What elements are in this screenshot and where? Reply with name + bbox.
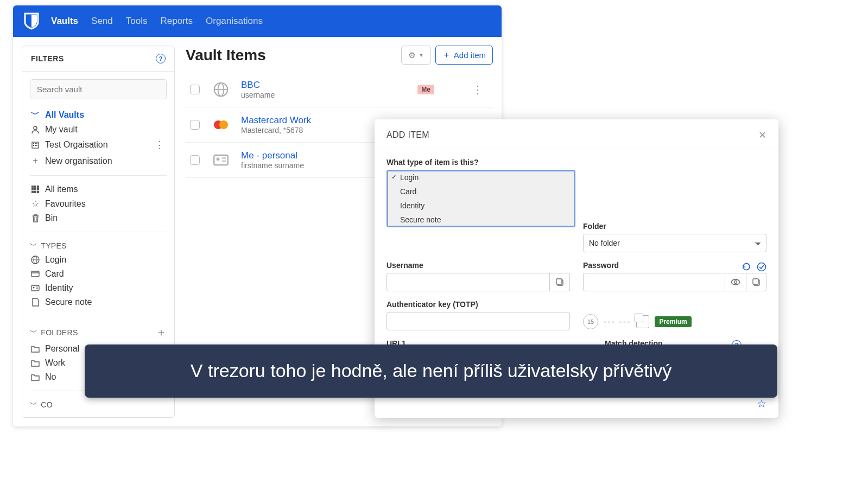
sidebar-all-vaults[interactable]: ﹀All Vaults xyxy=(30,107,167,123)
type-option-card[interactable]: Card xyxy=(387,184,575,199)
row-checkbox[interactable] xyxy=(190,120,200,130)
folder-select[interactable]: No folder xyxy=(583,234,766,252)
nav-vaults[interactable]: Vaults xyxy=(51,16,78,27)
search-input[interactable] xyxy=(30,79,167,99)
row-checkbox[interactable] xyxy=(190,155,200,165)
chevron-down-icon: ﹀ xyxy=(30,328,37,337)
svg-rect-4 xyxy=(36,143,37,144)
copy-username-icon[interactable] xyxy=(550,273,570,291)
sidebar-my-vault[interactable]: My vault xyxy=(30,123,167,137)
svg-rect-31 xyxy=(214,155,228,165)
caret-down-icon: ▼ xyxy=(419,52,424,58)
add-item-button[interactable]: ＋Add item xyxy=(435,46,493,65)
copy-password-icon[interactable] xyxy=(746,273,766,291)
chevron-down-icon: ﹀ xyxy=(30,241,37,251)
svg-rect-3 xyxy=(35,143,36,144)
row-menu-icon[interactable]: ⋮ xyxy=(467,83,489,96)
totp-label: Authenticator key (TOTP) xyxy=(387,300,570,309)
svg-rect-11 xyxy=(31,188,34,190)
collections-header[interactable]: ﹀CO xyxy=(30,398,167,412)
totp-code: --- --- xyxy=(604,317,631,327)
svg-rect-10 xyxy=(37,186,39,188)
item-subtitle: username xyxy=(241,91,275,99)
folder-icon xyxy=(30,346,41,353)
username-label: Username xyxy=(387,261,570,270)
item-title[interactable]: Mastercard Work xyxy=(241,115,311,126)
type-login[interactable]: Login xyxy=(30,253,167,267)
card-icon xyxy=(30,271,41,277)
type-option-identity[interactable]: Identity xyxy=(387,199,575,213)
password-input[interactable] xyxy=(583,273,725,291)
types-header[interactable]: ﹀TYPES xyxy=(30,239,167,253)
type-card[interactable]: Card xyxy=(30,267,167,281)
modal-title: ADD ITEM xyxy=(387,130,429,140)
folder-icon xyxy=(30,360,41,367)
svg-rect-22 xyxy=(31,271,39,277)
svg-point-37 xyxy=(758,263,766,271)
generate-icon[interactable] xyxy=(742,262,751,272)
trash-icon xyxy=(30,214,41,222)
toggle-visibility-icon[interactable] xyxy=(725,273,746,291)
vault-item-row[interactable]: BBCusername Me ⋮ xyxy=(186,72,493,107)
svg-rect-9 xyxy=(34,186,36,188)
type-option-note[interactable]: Secure note xyxy=(387,213,575,227)
type-dropdown-menu: Login Card Identity Secure note xyxy=(387,170,575,227)
item-title[interactable]: Me - personal xyxy=(241,150,304,161)
plus-icon: ＋ xyxy=(30,155,41,167)
grid-icon xyxy=(30,185,41,194)
favourite-star-icon[interactable]: ☆ xyxy=(757,397,766,410)
gear-icon: ⚙ xyxy=(408,50,415,60)
building-icon xyxy=(30,141,41,149)
sidebar-bin[interactable]: Bin xyxy=(30,211,167,225)
svg-point-25 xyxy=(33,287,35,289)
premium-badge: Premium xyxy=(655,316,691,327)
mastercard-icon xyxy=(212,117,230,133)
svg-rect-8 xyxy=(31,186,34,188)
sidebar-new-org[interactable]: ＋New organisation xyxy=(30,153,167,169)
id-icon xyxy=(30,285,41,291)
svg-rect-16 xyxy=(37,191,39,193)
nav-send[interactable]: Send xyxy=(91,16,113,27)
svg-point-32 xyxy=(217,157,220,161)
sidebar-favourites[interactable]: ☆Favourites xyxy=(30,196,167,211)
item-title[interactable]: BBC xyxy=(241,80,275,91)
check-icon[interactable] xyxy=(757,262,766,272)
globe-icon xyxy=(30,256,41,264)
folders-header[interactable]: ﹀FOLDERS＋ xyxy=(30,323,167,342)
close-icon[interactable]: ✕ xyxy=(758,129,766,141)
type-label: What type of item is this? xyxy=(387,158,766,167)
caption-overlay: V trezoru toho je hodně, ale není příliš… xyxy=(85,344,777,398)
chevron-down-icon: ﹀ xyxy=(30,400,37,410)
svg-rect-15 xyxy=(34,191,36,193)
id-icon xyxy=(212,152,230,168)
help-icon[interactable]: ? xyxy=(156,54,166,63)
copy-totp-icon[interactable] xyxy=(636,315,649,328)
sidebar-all-items[interactable]: All items xyxy=(30,182,167,196)
svg-rect-24 xyxy=(31,285,39,291)
nav-reports[interactable]: Reports xyxy=(160,16,193,27)
org-more-icon[interactable]: ⋮ xyxy=(153,139,167,151)
type-option-login[interactable]: Login xyxy=(387,170,575,184)
svg-rect-13 xyxy=(37,188,39,190)
row-checkbox[interactable] xyxy=(190,85,200,94)
username-input[interactable] xyxy=(387,273,550,291)
svg-point-38 xyxy=(734,281,737,284)
filters-title: FILTERS xyxy=(31,54,64,63)
svg-rect-2 xyxy=(33,143,34,144)
nav-organisations[interactable]: Organisations xyxy=(206,16,263,27)
svg-rect-6 xyxy=(35,145,36,146)
nav-tools[interactable]: Tools xyxy=(126,16,148,27)
sidebar-test-org[interactable]: Test Orgaisation⋮ xyxy=(30,137,167,153)
app-logo xyxy=(24,12,39,30)
page-title: Vault Items xyxy=(186,47,266,64)
type-note[interactable]: Secure note xyxy=(30,295,167,309)
totp-input[interactable] xyxy=(387,312,570,330)
svg-point-0 xyxy=(34,126,37,130)
settings-dropdown[interactable]: ⚙▼ xyxy=(401,46,431,65)
add-folder-icon[interactable]: ＋ xyxy=(156,325,167,340)
folder-label: Folder xyxy=(583,222,766,231)
svg-rect-12 xyxy=(34,188,36,190)
folder-icon xyxy=(30,374,41,381)
type-identity[interactable]: Identity xyxy=(30,281,167,295)
owner-badge: Me xyxy=(417,85,434,94)
